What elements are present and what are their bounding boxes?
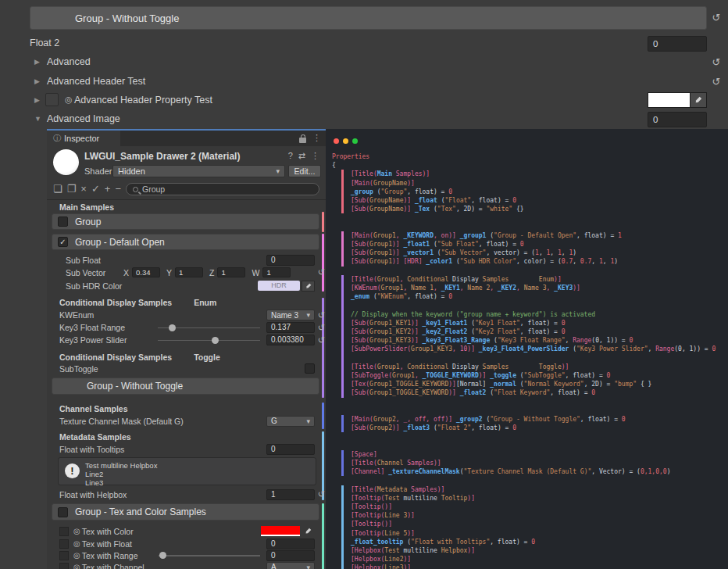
- vector-z-field[interactable]: 1: [217, 267, 245, 277]
- texture-slot[interactable]: [59, 539, 69, 549]
- channel-mask-dropdown[interactable]: G ▾: [266, 416, 315, 427]
- texture-slot[interactable]: [59, 527, 69, 536]
- kebab-icon[interactable]: ⋮: [311, 151, 319, 161]
- slider-thumb[interactable]: [159, 552, 166, 559]
- code-line: [Sub(GroupName)] _float ("Float", float)…: [351, 196, 725, 205]
- eyedropper-icon[interactable]: [691, 92, 707, 108]
- search-input[interactable]: [142, 184, 312, 194]
- chevron-down-icon: ▾: [306, 311, 310, 319]
- revert-icon[interactable]: ↺: [318, 489, 325, 499]
- copy-icon[interactable]: ❏: [53, 182, 62, 196]
- advanced-header-property-test-row[interactable]: ▶ ◎ Advanced Header Property Test: [0, 92, 728, 109]
- lock-icon[interactable]: [299, 138, 306, 143]
- paste-icon[interactable]: ❐: [67, 182, 77, 196]
- group-checkbox[interactable]: [58, 217, 68, 227]
- revert-icon[interactable]: ↺: [318, 267, 325, 277]
- code-line: [Channel] _textureChannelMask("Texture C…: [351, 467, 725, 476]
- group-strip-blue: [322, 403, 324, 429]
- code-line: [Sub(Group2)] _float3 ("Float 2", float)…: [351, 424, 725, 432]
- key3-float-range-label: Key3 Float Range: [59, 323, 152, 332]
- slider-thumb[interactable]: [212, 337, 219, 344]
- group-without-toggle-bar[interactable]: Group - Without Toggle: [52, 378, 319, 395]
- group-open-checkbox[interactable]: ✓: [58, 237, 68, 247]
- foldout-closed-icon[interactable]: ▶: [34, 77, 44, 85]
- revert-icon[interactable]: ↺: [318, 323, 325, 333]
- channel-samples-heading: Channel Samples: [59, 404, 315, 413]
- key3-float-range-slider[interactable]: [158, 323, 260, 332]
- vector-x-field[interactable]: 0.34: [132, 267, 160, 277]
- property-checkbox[interactable]: [45, 93, 59, 106]
- group-without-toggle-header[interactable]: Group - Without Toggle: [30, 6, 707, 30]
- eyedropper-icon[interactable]: [302, 526, 315, 537]
- slider-thumb[interactable]: [169, 324, 176, 331]
- color-swatch[interactable]: [261, 526, 300, 536]
- advanced-image-row[interactable]: ▼ Advanced Image 0: [0, 112, 728, 127]
- advanced-image-field[interactable]: 0: [648, 112, 707, 127]
- tex-with-float-field[interactable]: 0: [266, 539, 315, 549]
- edit-button[interactable]: Edit...: [288, 165, 321, 177]
- subtoggle-checkbox[interactable]: [305, 363, 315, 374]
- texture-slot[interactable]: [59, 563, 69, 569]
- float2-field[interactable]: 0: [648, 36, 707, 52]
- revert-icon[interactable]: ↺: [710, 56, 723, 69]
- tex-with-float-row: ◎ Tex with Float 0: [59, 539, 315, 549]
- eyedropper-icon[interactable]: [302, 281, 315, 292]
- advanced-header-test-row[interactable]: ▶ Advanced Header Test ↺: [0, 74, 728, 90]
- subtoggle-row: SubToggle: [59, 363, 315, 374]
- tab-inspector[interactable]: ⓘ Inspector: [47, 131, 120, 146]
- search-box[interactable]: [126, 183, 319, 195]
- key3-power-slider[interactable]: [158, 335, 260, 345]
- code-line: [Sub(Group1_KEY2)] _key2_Float2 ("Key2 F…: [351, 327, 725, 336]
- check-icon[interactable]: ✓: [91, 182, 100, 196]
- code-block: [Space][Title(Channel Samples)][Channel]…: [341, 450, 725, 477]
- advanced-label: Advanced: [47, 56, 91, 67]
- group-default-open-header[interactable]: ✓ Group - Default Open: [52, 234, 319, 250]
- group-tex-color-header[interactable]: Group - Tex and Color Samples: [52, 503, 319, 521]
- key3-power-slider-field[interactable]: 0.003380: [266, 335, 315, 345]
- texture-slot[interactable]: [59, 551, 69, 560]
- material-name: LWGUI_Sample Drawer 2 (Material): [84, 151, 240, 162]
- foldout-open-icon[interactable]: ▼: [34, 115, 44, 123]
- tex-with-range-label: Tex with Range: [82, 551, 152, 560]
- float-with-helpbox-field[interactable]: 1: [266, 489, 315, 500]
- sub-float-row: Sub Float 0: [66, 254, 315, 266]
- sub-float-field[interactable]: 0: [266, 255, 315, 266]
- tex-range-slider[interactable]: [159, 551, 260, 560]
- minus-icon[interactable]: −: [115, 182, 121, 196]
- collapse-icon[interactable]: ×: [80, 182, 87, 196]
- group-header[interactable]: Group: [52, 213, 319, 230]
- material-preview-sphere[interactable]: [53, 149, 79, 175]
- float-with-tooltips-row: Float with Tooltips 0: [59, 443, 315, 455]
- key3-float-range-field[interactable]: 0.137: [266, 322, 315, 333]
- inspector-tabbar: ⓘ Inspector ⋮: [47, 131, 326, 146]
- advanced-row[interactable]: ▶ Advanced ↺: [0, 55, 728, 70]
- vector-y-field[interactable]: 1: [175, 267, 203, 277]
- revert-icon[interactable]: ↺: [710, 12, 723, 24]
- revert-icon[interactable]: ↺: [318, 310, 325, 320]
- presets-icon[interactable]: ⇄: [298, 151, 305, 161]
- foldout-closed-icon[interactable]: ▶: [34, 58, 44, 66]
- code-line: [Sub(Group1)] _float1 ("Sub Float", floa…: [351, 240, 725, 249]
- help-icon[interactable]: ?: [288, 151, 293, 161]
- kwenum-dropdown[interactable]: Name 3 ▾: [266, 310, 315, 320]
- color-swatch[interactable]: [648, 92, 691, 108]
- revert-icon[interactable]: ↺: [318, 335, 325, 345]
- tex-channel-dropdown[interactable]: A ▾: [266, 562, 315, 569]
- shader-dropdown[interactable]: Hidden ▾: [112, 165, 285, 177]
- tex-channel-value: A: [271, 563, 277, 569]
- revert-icon[interactable]: ↺: [710, 76, 723, 88]
- kebab-icon[interactable]: ⋮: [312, 133, 321, 143]
- code-line: _group ("Group", float) = 0: [351, 188, 725, 196]
- tex-group-checkbox[interactable]: [58, 507, 68, 517]
- code-line: [Title(Metadata Samples)]: [351, 485, 725, 494]
- code-line: [SubToggle(Group1, _TOGGLE_KEYWORD)] _to…: [351, 371, 725, 380]
- tex-with-range-field[interactable]: 0: [266, 550, 315, 561]
- foldout-closed-icon[interactable]: ▶: [34, 96, 44, 104]
- hdr-color-swatch[interactable]: HDR: [258, 281, 300, 291]
- helpbox-line: Test multiline Helpbox: [85, 461, 311, 470]
- code-line: {: [332, 161, 725, 170]
- float-with-tooltips-field[interactable]: 0: [266, 444, 315, 455]
- vector-w-field[interactable]: 1: [262, 267, 291, 277]
- plus-icon[interactable]: +: [105, 182, 111, 196]
- tab-label: Inspector: [64, 134, 99, 143]
